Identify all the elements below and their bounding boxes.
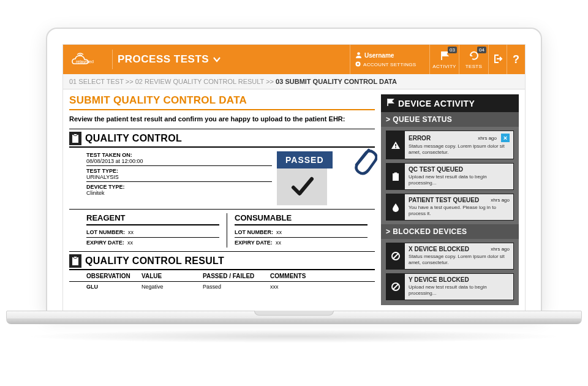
drop-icon bbox=[386, 194, 405, 220]
activity-item-desc: Upload new test result data to begin pro… bbox=[409, 284, 510, 297]
clipboard-icon bbox=[69, 254, 81, 268]
header-help[interactable]: ? bbox=[507, 45, 525, 74]
tests-label: TESTS bbox=[466, 64, 482, 69]
result-table-header: OBSERVATION VALUE PASSED / FAILED COMMEN… bbox=[69, 270, 375, 281]
activity-item-title: ERROR bbox=[409, 135, 431, 142]
activity-item-title: PATIENT TEST QUEUED bbox=[409, 197, 479, 203]
user-icon bbox=[355, 51, 362, 59]
gear-icon bbox=[355, 61, 361, 68]
quality-control-card: QUALITY CONTROL TEST TAKEN ON:08/08/2013… bbox=[69, 129, 375, 252]
brand-logo[interactable]: relaymed bbox=[63, 45, 112, 74]
paperclip-icon[interactable] bbox=[350, 144, 377, 181]
svg-rect-5 bbox=[74, 134, 77, 136]
check-icon bbox=[288, 173, 315, 200]
qc-result-title: QUALITY CONTROL RESULT bbox=[85, 255, 224, 267]
result-com: xxx bbox=[270, 284, 375, 290]
clipboard-icon bbox=[386, 164, 405, 189]
blocked-icon bbox=[386, 274, 405, 300]
account-settings-link[interactable]: ACCOUNT SETTINGS bbox=[355, 61, 424, 68]
consumable-expiry: xx bbox=[276, 240, 281, 246]
account-settings-label: ACCOUNT SETTINGS bbox=[363, 62, 416, 67]
activity-item[interactable]: PATIENT TEST QUEUEDxhrs agoYou have a te… bbox=[386, 194, 514, 221]
header-logout[interactable] bbox=[488, 45, 507, 74]
svg-rect-11 bbox=[394, 173, 398, 175]
svg-point-3 bbox=[357, 63, 359, 65]
close-icon[interactable]: × bbox=[501, 134, 510, 142]
logout-icon bbox=[493, 54, 503, 65]
svg-rect-10 bbox=[393, 173, 399, 181]
activity-item-desc: Status message copy. Lorem ipsum dolor s… bbox=[409, 143, 510, 156]
test-taken-value: 08/08/2013 at 12:00:00 bbox=[86, 158, 272, 164]
clipboard-icon bbox=[69, 132, 81, 145]
qc-card-title: QUALITY CONTROL bbox=[85, 133, 182, 144]
user-menu[interactable]: Username ACCOUNT SETTINGS bbox=[350, 45, 429, 74]
activity-label: ACTIVITY bbox=[432, 64, 456, 69]
activity-item[interactable]: Y DEVICE BLOCKEDUpload new test result d… bbox=[386, 273, 514, 300]
qc-result-card: QUALITY CONTROL RESULT OBSERVATION VALUE… bbox=[69, 251, 375, 292]
crumb-step1[interactable]: 01 SELECT TEST bbox=[69, 78, 124, 85]
activity-item[interactable]: ERRORxhrs ago×Status message copy. Lorem… bbox=[386, 131, 514, 159]
status-check-box bbox=[277, 167, 327, 205]
help-icon: ? bbox=[513, 53, 519, 66]
blocked-icon bbox=[386, 243, 405, 269]
activity-item-time: xhrs ago bbox=[491, 246, 510, 252]
test-type-label: TEST TYPE: bbox=[86, 168, 272, 174]
activity-item-desc: You have a test queued. Please log in to… bbox=[409, 205, 510, 217]
main-content: SUBMIT QUALITY CONTROL DATA Review the p… bbox=[69, 94, 375, 305]
consumable-lot: xx bbox=[276, 229, 282, 235]
svg-rect-8 bbox=[395, 144, 396, 146]
app-title: PROCESS TESTS bbox=[118, 53, 209, 66]
activity-item[interactable]: X DEVICE BLOCKEDxhrs agoStatus message c… bbox=[386, 243, 514, 270]
activity-item-title: X DEVICE BLOCKED bbox=[409, 246, 469, 252]
activity-item-desc: Status message copy. Lorem ipsum dolor s… bbox=[409, 254, 510, 266]
status-badge: PASSED bbox=[277, 151, 333, 168]
crumb-step2[interactable]: 02 REVIEW QUALITY CONTROL RESULT bbox=[135, 78, 264, 85]
queue-status-heading[interactable]: > QUEUE STATUS bbox=[381, 112, 519, 127]
header-activity[interactable]: 03 ACTIVITY bbox=[429, 45, 459, 74]
device-activity-heading: DEVICE ACTIVITY bbox=[398, 99, 475, 108]
result-table-row: GLU Negative Passed xxx bbox=[69, 281, 375, 292]
device-activity-panel: DEVICE ACTIVITY > QUEUE STATUS ERRORxhrs… bbox=[381, 94, 519, 305]
warning-icon bbox=[386, 131, 405, 159]
consumable-heading: CONSUMABLE bbox=[235, 213, 368, 225]
activity-badge: 03 bbox=[448, 47, 457, 53]
page-title: SUBMIT QUALITY CONTROL DATA bbox=[69, 94, 375, 110]
chevron-down-icon bbox=[213, 54, 221, 65]
reagent-expiry: xx bbox=[127, 240, 133, 246]
activity-item[interactable]: QC TEST QUEUEDUpload new test result dat… bbox=[386, 163, 514, 190]
result-pf: Passed bbox=[203, 284, 270, 290]
result-val: Negative bbox=[141, 284, 203, 290]
svg-line-15 bbox=[393, 284, 398, 289]
test-type-value: URINALYSIS bbox=[86, 174, 272, 180]
svg-text:relaymed: relaymed bbox=[76, 59, 94, 64]
page-instruction: Review the patient test result and confi… bbox=[69, 115, 375, 123]
tests-badge: 04 bbox=[477, 47, 486, 53]
breadcrumb: 01 SELECT TEST >> 02 REVIEW QUALITY CONT… bbox=[63, 74, 525, 89]
device-type-label: DEVICE TYPE: bbox=[86, 184, 272, 190]
activity-item-desc: Upload new test result data to begin pro… bbox=[409, 174, 510, 186]
activity-item-time: xhrs ago bbox=[491, 197, 510, 203]
svg-line-13 bbox=[393, 254, 398, 259]
activity-item-title: Y DEVICE BLOCKED bbox=[409, 276, 469, 283]
app-header: relaymed PROCESS TESTS Username bbox=[63, 45, 525, 74]
blocked-devices-heading[interactable]: > BLOCKED DEVICES bbox=[381, 224, 519, 239]
reagent-heading: REAGENT bbox=[86, 213, 219, 225]
username-label: Username bbox=[364, 52, 394, 59]
app-screen: relaymed PROCESS TESTS Username bbox=[62, 44, 526, 314]
device-type-value: Clinitek bbox=[86, 190, 272, 196]
reagent-lot: xx bbox=[128, 229, 134, 235]
crumb-step3-current: 03 SUBMIT QUALITY CONTROL DATA bbox=[276, 78, 397, 85]
app-title-dropdown[interactable]: PROCESS TESTS bbox=[112, 50, 221, 69]
svg-point-1 bbox=[357, 52, 360, 55]
test-taken-label: TEST TAKEN ON: bbox=[86, 152, 272, 158]
flag-icon bbox=[386, 98, 394, 108]
activity-item-time: xhrs ago bbox=[478, 135, 497, 141]
svg-rect-9 bbox=[395, 147, 396, 148]
activity-item-title: QC TEST QUEUED bbox=[409, 166, 463, 173]
header-tests[interactable]: 04 TESTS bbox=[459, 45, 488, 74]
result-obs: GLU bbox=[86, 284, 141, 290]
svg-rect-7 bbox=[74, 257, 77, 259]
